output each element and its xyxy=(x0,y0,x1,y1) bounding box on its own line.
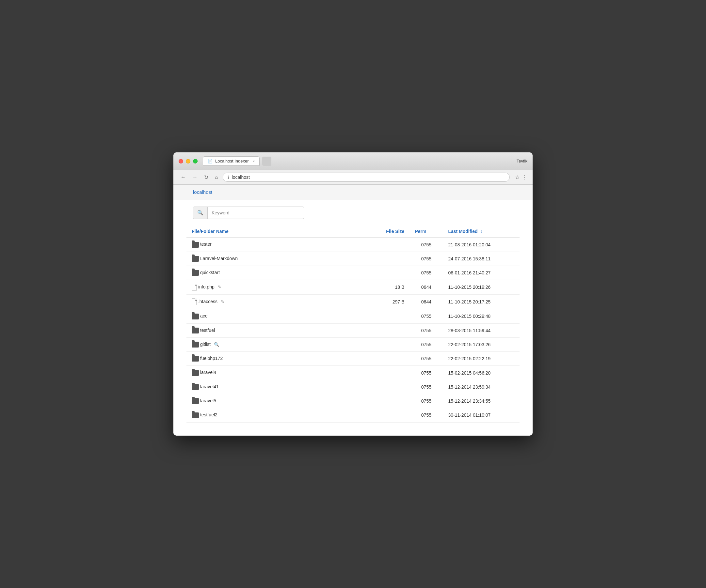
th-name[interactable]: File/Folder Name xyxy=(187,225,370,238)
file-name[interactable]: laravel5 xyxy=(200,398,216,403)
close-button[interactable] xyxy=(179,159,183,164)
tab-bar: 📄 Localhost Indexer × xyxy=(203,156,527,166)
forward-button[interactable]: → xyxy=(190,173,199,181)
cell-modified: 22-02-2015 02:22:19 xyxy=(443,352,519,366)
cell-modified: 06-01-2016 21:40:27 xyxy=(443,266,519,280)
table-row[interactable]: .htaccess ✎297 B064411-10-2015 20:17:25 xyxy=(187,295,519,309)
table-row[interactable]: fuelphp172075522-02-2015 02:22:19 xyxy=(187,352,519,366)
minimize-button[interactable] xyxy=(186,159,190,164)
reload-button[interactable]: ↻ xyxy=(202,173,210,182)
cell-name: gitlist 🔍 xyxy=(187,337,370,351)
folder-icon xyxy=(192,413,199,418)
search-area: 🔍 xyxy=(173,200,533,225)
folder-icon xyxy=(192,328,199,334)
file-name[interactable]: info.php xyxy=(198,284,214,289)
nav-actions: ☆ ⋮ xyxy=(515,174,527,180)
folder-icon xyxy=(192,370,199,376)
cell-name: Laravel-Markdown xyxy=(187,252,370,266)
cell-modified: 11-10-2015 20:17:25 xyxy=(443,295,519,309)
cell-modified: 11-10-2015 20:19:26 xyxy=(443,280,519,295)
search-button[interactable]: 🔍 xyxy=(193,207,208,219)
search-small-icon[interactable]: 🔍 xyxy=(214,342,219,347)
cell-perm: 0755 xyxy=(409,408,443,422)
file-name[interactable]: laravel41 xyxy=(200,384,219,389)
cell-name: laravel5 xyxy=(187,394,370,408)
cell-modified: 15-12-2014 23:59:34 xyxy=(443,380,519,394)
file-name[interactable]: .htaccess xyxy=(198,299,218,304)
page-content: localhost 🔍 File/Folder Name File Size P… xyxy=(173,185,533,435)
cell-size xyxy=(370,366,409,380)
breadcrumb-bar: localhost xyxy=(173,185,533,200)
cell-size xyxy=(370,352,409,366)
cell-perm: 0755 xyxy=(409,266,443,280)
tab-close-button[interactable]: × xyxy=(253,159,255,163)
file-table: File/Folder Name File Size Perm Last Mod… xyxy=(187,225,519,422)
table-row[interactable]: testfuel075528-03-2015 11:59:44 xyxy=(187,323,519,337)
cell-perm: 0755 xyxy=(409,352,443,366)
cell-perm: 0755 xyxy=(409,380,443,394)
tab-favicon: 📄 xyxy=(208,159,212,164)
cell-modified: 30-11-2014 01:10:07 xyxy=(443,408,519,422)
table-row[interactable]: tester075521-08-2016 01:20:04 xyxy=(187,238,519,252)
edit-icon[interactable]: ✎ xyxy=(218,285,222,289)
bookmark-button[interactable]: ☆ xyxy=(515,174,519,180)
folder-icon xyxy=(192,398,199,404)
edit-icon[interactable]: ✎ xyxy=(221,299,224,304)
cell-size xyxy=(370,323,409,337)
file-name[interactable]: testfuel xyxy=(200,328,215,333)
title-bar: 📄 Localhost Indexer × Tevfik xyxy=(173,153,533,170)
table-row[interactable]: Laravel-Markdown075524-07-2016 15:38:11 xyxy=(187,252,519,266)
cell-name: quickstart xyxy=(187,266,370,280)
breadcrumb-link[interactable]: localhost xyxy=(193,189,212,195)
table-row[interactable]: laravel4075515-02-2015 04:56:20 xyxy=(187,366,519,380)
file-name[interactable]: Laravel-Markdown xyxy=(200,256,238,261)
menu-button[interactable]: ⋮ xyxy=(522,174,527,180)
security-icon: ℹ xyxy=(228,175,229,180)
table-row[interactable]: laravel5075515-12-2014 23:34:55 xyxy=(187,394,519,408)
file-name[interactable]: laravel4 xyxy=(200,370,216,375)
active-tab[interactable]: 📄 Localhost Indexer × xyxy=(203,156,260,166)
address-bar[interactable]: ℹ localhost xyxy=(223,173,510,182)
search-box: 🔍 xyxy=(193,207,304,219)
table-row[interactable]: ace075511-10-2015 00:29:48 xyxy=(187,309,519,323)
table-row[interactable]: testfuel2075530-11-2014 01:10:07 xyxy=(187,408,519,422)
cell-modified: 15-12-2014 23:34:55 xyxy=(443,394,519,408)
cell-name: info.php ✎ xyxy=(187,280,370,295)
file-name[interactable]: ace xyxy=(200,313,208,319)
cell-perm: 0755 xyxy=(409,323,443,337)
maximize-button[interactable] xyxy=(193,159,198,164)
file-name[interactable]: testfuel2 xyxy=(200,412,218,417)
table-row[interactable]: laravel41075515-12-2014 23:59:34 xyxy=(187,380,519,394)
file-name[interactable]: fuelphp172 xyxy=(200,356,223,361)
table-row[interactable]: info.php ✎18 B064411-10-2015 20:19:26 xyxy=(187,280,519,295)
cell-name: .htaccess ✎ xyxy=(187,295,370,309)
cell-modified: 24-07-2016 15:38:11 xyxy=(443,252,519,266)
new-tab-button[interactable] xyxy=(262,157,271,166)
cell-modified: 21-08-2016 01:20:04 xyxy=(443,238,519,252)
th-size[interactable]: File Size xyxy=(370,225,409,238)
table-row[interactable]: gitlist 🔍075522-02-2015 17:03:26 xyxy=(187,337,519,351)
user-name: Tevfik xyxy=(517,159,527,164)
file-name[interactable]: tester xyxy=(200,242,211,247)
cell-size xyxy=(370,408,409,422)
traffic-lights xyxy=(179,159,198,164)
back-button[interactable]: ← xyxy=(179,173,188,181)
folder-icon xyxy=(192,270,199,276)
folder-icon xyxy=(192,256,199,262)
cell-perm: 0644 xyxy=(409,280,443,295)
file-table-wrapper: File/Folder Name File Size Perm Last Mod… xyxy=(173,225,533,435)
cell-name: ace xyxy=(187,309,370,323)
cell-size: 18 B xyxy=(370,280,409,295)
th-perm[interactable]: Perm xyxy=(409,225,443,238)
cell-modified: 22-02-2015 17:03:26 xyxy=(443,337,519,351)
th-modified[interactable]: Last Modified ↕ xyxy=(443,225,519,238)
file-name[interactable]: quickstart xyxy=(200,270,220,275)
folder-icon xyxy=(192,342,199,347)
search-input[interactable] xyxy=(208,207,304,218)
cell-modified: 15-02-2015 04:56:20 xyxy=(443,366,519,380)
cell-size: 297 B xyxy=(370,295,409,309)
cell-name: laravel41 xyxy=(187,380,370,394)
home-button[interactable]: ⌂ xyxy=(213,173,220,181)
file-name[interactable]: gitlist xyxy=(200,342,211,347)
table-row[interactable]: quickstart075506-01-2016 21:40:27 xyxy=(187,266,519,280)
